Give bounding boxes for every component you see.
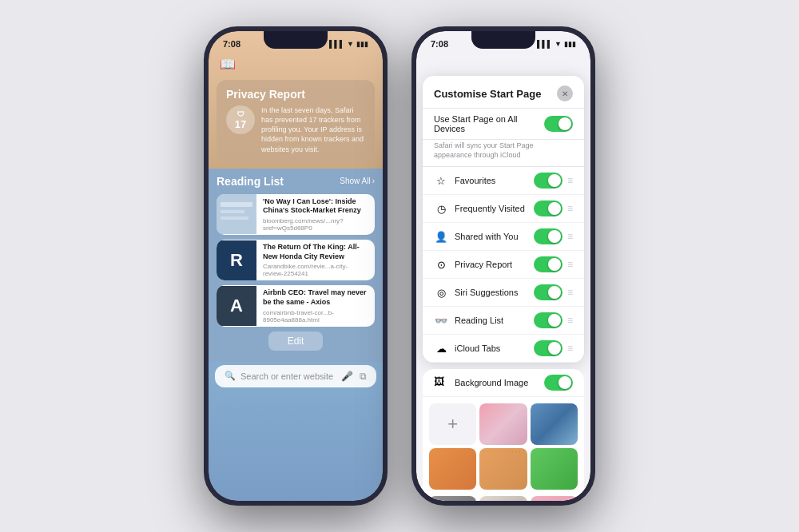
shared-with-you-row: 👤 Shared with You ≡ bbox=[423, 223, 584, 251]
modal-close-button[interactable]: ✕ bbox=[557, 85, 573, 101]
chevron-right-icon: › bbox=[372, 177, 375, 185]
edit-button[interactable]: Edit bbox=[268, 332, 324, 351]
frequently-visited-label: Frequently Visited bbox=[455, 204, 534, 213]
phone1-background: 7:08 ▌▌▌ ▼ ▮▮▮ 📖 Privacy Report 🛡 17 bbox=[209, 31, 383, 501]
favourites-label: Favourites bbox=[455, 176, 534, 185]
status-icons: ▌▌▌ ▼ ▮▮▮ bbox=[329, 40, 368, 48]
shield-icon: 🛡 bbox=[237, 110, 244, 118]
article-url: Carandbike.com/revie...a-city-review-225… bbox=[263, 263, 368, 277]
safari-toolbar: 📖 bbox=[209, 54, 383, 77]
article-url: bloomberg.com/news/...nry?sref=wQs5d68P0 bbox=[263, 217, 368, 232]
privacy-content: 🛡 17 In the last seven days, Safari has … bbox=[226, 105, 365, 154]
privacy-badge: 🛡 17 bbox=[226, 105, 255, 134]
article-title: 'No Way I Can Lose': Inside China's Stoc… bbox=[263, 197, 368, 216]
drag-handle-icon: ≡ bbox=[567, 343, 573, 354]
drag-handle-icon: ≡ bbox=[567, 315, 573, 326]
reading-list-section: Reading List Show All › bbox=[209, 169, 383, 362]
bookmarks-icon[interactable]: 📖 bbox=[220, 57, 236, 72]
background-swatch-pink[interactable] bbox=[531, 496, 578, 501]
reading-list-row: 👓 Reading List ≡ bbox=[423, 307, 584, 335]
status-time: 7:08 bbox=[223, 39, 240, 49]
background-image-section: 🖼 Background Image + bbox=[423, 369, 584, 501]
siri-suggestions-row: ◎ Siri Suggestions ≡ bbox=[423, 279, 584, 307]
article-thumbnail: A bbox=[217, 286, 256, 326]
svg-rect-3 bbox=[221, 216, 248, 220]
phone2-screen: 7:08 ▌▌▌ ▼ ▮▮▮ Customise Start Page ✕ bbox=[416, 31, 590, 501]
background-swatch-folded[interactable] bbox=[479, 496, 527, 501]
signal-icon: ▌▌▌ bbox=[329, 40, 344, 48]
drag-handle-icon: ≡ bbox=[567, 175, 573, 186]
drag-handle-icon: ≡ bbox=[567, 259, 573, 270]
reading-list-item[interactable]: A Airbnb CEO: Travel may never be the sa… bbox=[217, 285, 375, 326]
siri-icon: ◎ bbox=[434, 285, 448, 300]
sync-toggle[interactable] bbox=[544, 116, 573, 132]
notch bbox=[264, 31, 328, 49]
sync-sublabel: Safari will sync your Start Page appeara… bbox=[423, 140, 584, 167]
battery-icon: ▮▮▮ bbox=[356, 40, 368, 48]
article-thumbnail: R bbox=[217, 240, 256, 280]
search-toolbar-icons: 🎤 ⧉ bbox=[341, 371, 367, 382]
wifi-icon-2: ▼ bbox=[555, 40, 562, 48]
svg-rect-1 bbox=[221, 202, 252, 207]
reading-list-title: Reading List bbox=[217, 175, 284, 188]
edit-button-container: Edit bbox=[217, 332, 375, 351]
customise-modal: Customise Start Page ✕ Use Start Page on… bbox=[423, 76, 584, 363]
drag-handle-icon: ≡ bbox=[567, 287, 573, 298]
privacy-report-row: ⊙ Privacy Report ≡ bbox=[423, 251, 584, 279]
notch2 bbox=[471, 31, 535, 49]
shared-with-you-label: Shared with You bbox=[455, 232, 534, 241]
frequently-visited-icon: ◷ bbox=[434, 201, 448, 216]
article-title: Airbnb CEO: Travel may never be the same… bbox=[263, 288, 368, 307]
search-icon: 🔍 bbox=[225, 371, 236, 381]
favourites-row: ☆ Favourites ≡ bbox=[423, 167, 584, 195]
article-info: The Return Of The King: All-New Honda Ci… bbox=[256, 240, 375, 280]
frequently-visited-toggle[interactable] bbox=[534, 200, 562, 216]
privacy-card-title: Privacy Report bbox=[226, 88, 365, 101]
background-swatch-gray[interactable] bbox=[429, 496, 476, 501]
reading-list-item[interactable]: 'No Way I Can Lose': Inside China's Stoc… bbox=[217, 194, 375, 235]
reading-list-item[interactable]: R The Return Of The King: All-New Honda … bbox=[217, 240, 375, 280]
svg-rect-0 bbox=[217, 194, 256, 234]
icloud-toggle[interactable] bbox=[534, 340, 562, 356]
background-swatch-dots[interactable] bbox=[479, 448, 527, 490]
favourites-icon: ☆ bbox=[434, 173, 448, 188]
shared-icon: 👤 bbox=[434, 229, 448, 244]
background-swatch-orange[interactable] bbox=[429, 448, 476, 490]
siri-toggle[interactable] bbox=[534, 284, 562, 300]
background-image-label: Background Image bbox=[455, 378, 544, 387]
modal-title: Customise Start Page bbox=[434, 88, 541, 100]
icloud-icon: ☁ bbox=[434, 341, 448, 355]
privacy-toggle[interactable] bbox=[534, 256, 562, 272]
article-url: com/airbnb-travel-cor...b-8905e4aa888a.h… bbox=[263, 309, 368, 324]
icloud-tabs-label: iCloud Tabs bbox=[455, 343, 534, 353]
plus-icon: + bbox=[447, 414, 458, 435]
close-icon: ✕ bbox=[562, 89, 568, 98]
background-swatch-animal[interactable] bbox=[531, 403, 578, 445]
phone2: 7:08 ▌▌▌ ▼ ▮▮▮ Customise Start Page ✕ bbox=[411, 26, 595, 506]
microphone-icon[interactable]: 🎤 bbox=[341, 371, 353, 382]
article-info: 'No Way I Can Lose': Inside China's Stoc… bbox=[256, 194, 375, 235]
reading-list-toggle[interactable] bbox=[534, 312, 562, 328]
background-image-grid: + bbox=[423, 397, 584, 496]
show-all-button[interactable]: Show All › bbox=[340, 177, 375, 185]
privacy-count: 17 bbox=[235, 118, 246, 130]
tabs-icon[interactable]: ⧉ bbox=[360, 371, 367, 382]
favourites-toggle[interactable] bbox=[534, 173, 562, 189]
search-bar[interactable]: 🔍 Search or enter website 🎤 ⧉ bbox=[215, 365, 376, 387]
status-icons-2: ▌▌▌ ▼ ▮▮▮ bbox=[537, 40, 576, 48]
phone1-screen: 7:08 ▌▌▌ ▼ ▮▮▮ 📖 Privacy Report 🛡 17 bbox=[209, 31, 383, 501]
background-toggle[interactable] bbox=[544, 375, 573, 391]
background-swatch-green[interactable] bbox=[531, 448, 578, 490]
siri-suggestions-label: Siri Suggestions bbox=[455, 288, 534, 297]
privacy-card: Privacy Report 🛡 17 In the last seven da… bbox=[217, 80, 375, 162]
privacy-report-icon: ⊙ bbox=[434, 257, 448, 272]
add-background-button[interactable]: + bbox=[429, 403, 476, 445]
signal-icon-2: ▌▌▌ bbox=[537, 40, 552, 48]
search-placeholder: Search or enter website bbox=[240, 371, 336, 381]
modal-header: Customise Start Page ✕ bbox=[423, 76, 584, 109]
background-image-icon: 🖼 bbox=[434, 375, 448, 390]
background-swatch-butterfly[interactable] bbox=[479, 403, 527, 445]
svg-rect-2 bbox=[221, 210, 244, 213]
shared-toggle[interactable] bbox=[534, 228, 562, 244]
drag-handle-icon: ≡ bbox=[567, 231, 573, 242]
